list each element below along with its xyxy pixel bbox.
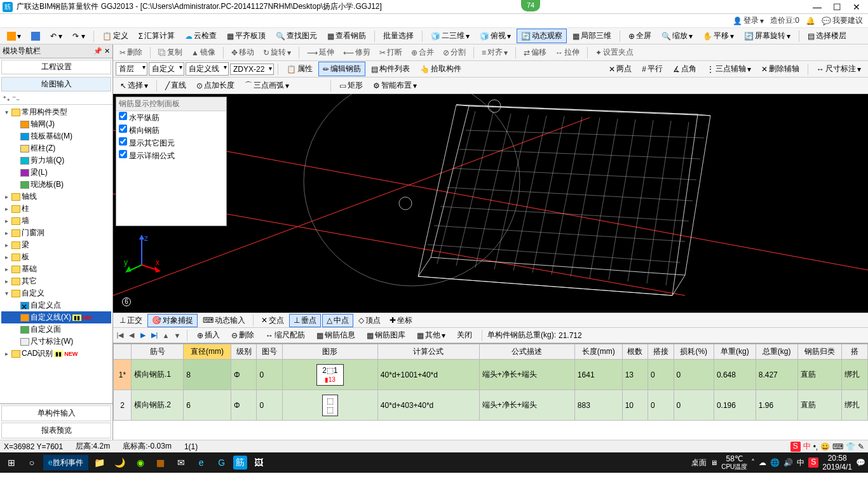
maximize-button[interactable]: ☐ bbox=[833, 2, 841, 12]
open-button[interactable]: ▾ bbox=[3, 30, 25, 43]
pickup-button[interactable]: 👆 拾取构件 bbox=[416, 62, 466, 76]
prev-button[interactable]: ◀ bbox=[127, 331, 136, 339]
offset-button[interactable]: ⇄ 偏移 bbox=[520, 46, 550, 59]
grid-close[interactable]: 关闭 bbox=[452, 328, 477, 342]
extend-button[interactable]: ⟶ 延伸 bbox=[303, 46, 338, 59]
opt-transverse[interactable]: 横向钢筋 bbox=[116, 124, 226, 137]
batchsel-button[interactable]: 批量选择 bbox=[379, 29, 418, 43]
grid-delete[interactable]: ⊖ 删除 bbox=[227, 328, 259, 342]
pan-button[interactable]: ✋ 平移 ▾ bbox=[698, 29, 738, 43]
taskbar-app2[interactable]: ▦ bbox=[152, 454, 170, 471]
editrebar-button[interactable]: ✏ 编辑钢筋 bbox=[318, 62, 365, 76]
ime-cn[interactable]: 中 bbox=[803, 441, 811, 452]
fullscreen-button[interactable]: ⊕ 全屏 bbox=[624, 29, 656, 43]
tray-ime[interactable]: 中 bbox=[797, 458, 804, 468]
rebar-display-panel[interactable]: 钢筋显示控制面板 水平纵筋 横向钢筋 显示其它图元 显示详细公式 bbox=[116, 97, 227, 226]
grid-info[interactable]: ▦ 钢筋信息 bbox=[312, 328, 360, 342]
threed-button[interactable]: 🧊 二三维 ▾ bbox=[426, 29, 474, 43]
grid-scale[interactable]: ↔ 缩尺配筋 bbox=[261, 328, 309, 342]
login-link[interactable]: 👤 登录 ▾ bbox=[733, 15, 764, 26]
down-button[interactable]: ▼ bbox=[173, 332, 182, 339]
dynview-button[interactable]: 🔄 动态观察 bbox=[517, 29, 567, 43]
undo-button[interactable]: ↶ ▾ bbox=[46, 30, 67, 43]
line-button[interactable]: ╱ 直线 bbox=[161, 78, 191, 93]
tray-vol[interactable]: 🔊 bbox=[783, 458, 793, 467]
zoom-button[interactable]: 🔍 缩放 ▾ bbox=[657, 29, 697, 43]
setpinch-button[interactable]: ✦ 设置夹点 bbox=[592, 46, 637, 59]
save-button[interactable] bbox=[27, 30, 44, 43]
isect-toggle[interactable]: ✕ 交点 bbox=[257, 315, 288, 327]
merge-button[interactable]: ⊕ 合并 bbox=[407, 46, 438, 59]
component-tree[interactable]: ▾常用构件类型 轴网(J) 筏板基础(M) 框柱(Z) 剪力墙(Q) 梁(L) … bbox=[0, 105, 112, 403]
smart-button[interactable]: ⚙ 智能布置 ▾ bbox=[369, 78, 421, 93]
viewport-3d[interactable]: 钢筋显示控制面板 水平纵筋 横向钢筋 显示其它图元 显示详细公式 z y x 6 bbox=[113, 94, 868, 313]
delete-button[interactable]: ✂ 删除 bbox=[116, 46, 146, 59]
ptlen-button[interactable]: ⊙ 点加长度 bbox=[192, 78, 239, 93]
report-preview-button[interactable]: 报表预览 bbox=[1, 423, 111, 438]
sumcalc-button[interactable]: Σ 汇算计算 bbox=[134, 29, 179, 43]
select-button[interactable]: ↖ 选择 ▾ bbox=[116, 78, 153, 93]
osnap-toggle[interactable]: 🎯 对象捕捉 bbox=[147, 314, 198, 327]
coord-toggle[interactable]: ✚ 坐标 bbox=[386, 315, 416, 327]
show-desktop[interactable]: 桌面 bbox=[691, 458, 707, 468]
taskbar-explorer[interactable]: 📁 bbox=[91, 454, 109, 471]
first-button[interactable]: |◀ bbox=[116, 331, 125, 339]
cloudcheck-button[interactable]: ☁ 云检查 bbox=[180, 29, 221, 43]
redo-button[interactable]: ↷ ▾ bbox=[68, 30, 89, 43]
rect-button[interactable]: ▭ 矩形 bbox=[335, 78, 367, 93]
rebar-data-grid[interactable]: 筋号直径(mm) 级别图号 图形计算公式 公式描述长度(mm) 根数搭接 损耗(… bbox=[113, 343, 868, 440]
local3d-button[interactable]: ▦ 局部三维 bbox=[568, 29, 616, 43]
perp-toggle[interactable]: ⊥ 垂点 bbox=[289, 314, 321, 327]
taskbar-app1[interactable]: 🌙 bbox=[111, 454, 129, 471]
split-button[interactable]: ⊘ 分割 bbox=[439, 46, 470, 59]
opt-others[interactable]: 显示其它图元 bbox=[116, 137, 226, 149]
custom-combo[interactable]: 自定义 bbox=[149, 62, 184, 76]
twopoint-button[interactable]: ✕ 两点 bbox=[604, 62, 636, 76]
last-button[interactable]: ▶| bbox=[150, 331, 159, 339]
props-button[interactable]: 📋 属性 bbox=[282, 62, 317, 76]
arc3-button[interactable]: ⌒ 三点画弧 ▾ bbox=[240, 78, 294, 93]
opt-horizontal[interactable]: 水平纵筋 bbox=[116, 111, 226, 124]
taskbar[interactable]: ⊞ ○ e 胜利事件 📁 🌙 ◉ ▦ ✉ e G 筋 🖼 桌面🖥 58℃CPU温… bbox=[0, 452, 868, 473]
parallel-button[interactable]: # 平行 bbox=[637, 62, 667, 76]
align-button[interactable]: ≡ 对齐 ▾ bbox=[478, 46, 512, 59]
elemlist-button[interactable]: ▤ 构件列表 bbox=[367, 62, 414, 76]
next-button[interactable]: ▶ bbox=[139, 331, 147, 339]
customline-combo[interactable]: 自定义线 bbox=[186, 62, 229, 76]
taskbar-ggj[interactable]: 筋 bbox=[233, 456, 247, 470]
topview-button[interactable]: 🧊 俯视 ▾ bbox=[475, 29, 515, 43]
minimize-button[interactable]: — bbox=[813, 2, 822, 12]
viewrebar-button[interactable]: ▦ 查看钢筋 bbox=[323, 29, 370, 43]
delaux-button[interactable]: ✕ 删除辅轴 bbox=[757, 62, 804, 76]
dim-button[interactable]: ↔ 尺寸标注 ▾ bbox=[812, 62, 865, 76]
tray-cloud[interactable]: ☁ bbox=[759, 458, 766, 467]
cortana-icon[interactable]: ○ bbox=[23, 454, 41, 471]
pin-icon[interactable]: 📌 ✕ bbox=[93, 47, 110, 55]
break-button[interactable]: ✂ 打断 bbox=[376, 46, 406, 59]
threept-button[interactable]: ⋮ 三点辅轴 ▾ bbox=[702, 62, 756, 76]
start-button[interactable]: ⊞ bbox=[3, 454, 20, 471]
define-button[interactable]: 📋 定义 bbox=[98, 29, 133, 43]
ortho-toggle[interactable]: ⊥ 正交 bbox=[116, 315, 146, 327]
taskbar-360[interactable]: ◉ bbox=[132, 454, 149, 471]
findelem-button[interactable]: 🔍 查找图元 bbox=[271, 29, 322, 43]
apex-toggle[interactable]: ◇ 顶点 bbox=[355, 315, 384, 327]
tray-chevron[interactable]: ˄ bbox=[751, 458, 755, 467]
copy-button[interactable]: ⿻ 复制 bbox=[154, 46, 186, 59]
ptangle-button[interactable]: ∡ 点角 bbox=[668, 62, 701, 76]
tray-net[interactable]: 🌐 bbox=[770, 458, 780, 467]
taskbar-mail[interactable]: ✉ bbox=[172, 454, 190, 471]
close-button[interactable]: ✕ bbox=[853, 2, 860, 12]
proj-settings-button[interactable]: 工程设置 bbox=[1, 60, 111, 74]
floor-combo[interactable]: 首层 bbox=[116, 62, 147, 76]
flatslab-button[interactable]: ▦ 平齐板顶 bbox=[222, 29, 270, 43]
tray-notif[interactable]: 💬 bbox=[856, 458, 865, 467]
single-input-button[interactable]: 单构件输入 bbox=[1, 405, 111, 421]
sogou-icon[interactable]: S bbox=[790, 442, 801, 452]
stretch-button[interactable]: ↔ 拉伸 bbox=[552, 46, 583, 59]
suggest-link[interactable]: 💬 我要建议 bbox=[822, 15, 863, 26]
taskbar-edge[interactable]: e bbox=[193, 454, 210, 471]
tray-clock[interactable]: 20:582019/4/1 bbox=[822, 454, 852, 472]
draw-input-button[interactable]: 绘图输入 bbox=[1, 77, 111, 92]
move-button[interactable]: ✥ 移动 bbox=[227, 46, 258, 59]
